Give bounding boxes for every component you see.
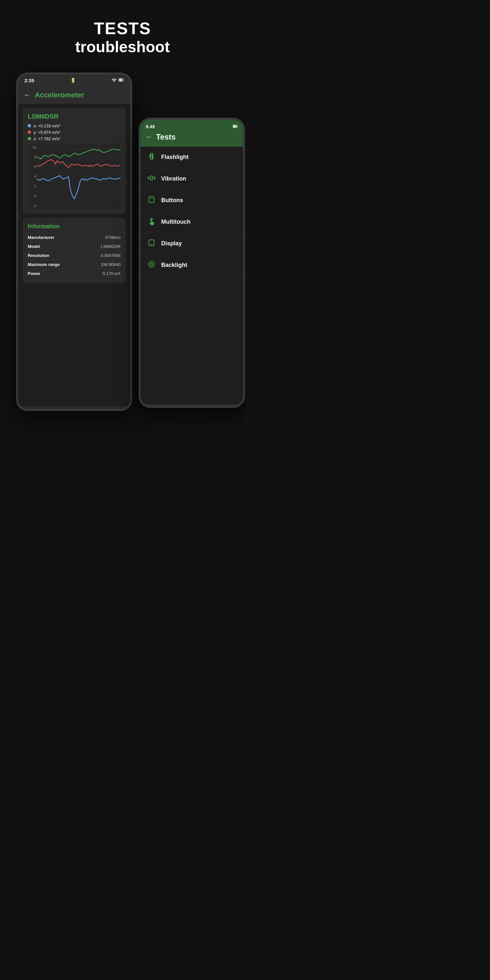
x-dot (28, 124, 31, 127)
info-label-power: Power (28, 271, 40, 276)
z-dot (28, 137, 31, 140)
info-row-model: Model LSM6DSR (28, 242, 121, 251)
test-item-display[interactable]: Display (140, 233, 243, 255)
sensor-card-title: LSM6DSR (28, 113, 121, 120)
battery-icon-right-status (119, 78, 124, 83)
info-value-model: LSM6DSR (101, 244, 121, 249)
info-label-resolution: Resolution (28, 253, 49, 258)
phone-right: 9:49 ← Tests (138, 118, 245, 408)
y-label-4: 4 (29, 175, 36, 178)
header-title: TESTS (6, 19, 239, 38)
info-value-resolution: 0.0047856 (101, 253, 121, 258)
x-value: x: +0.133 m/s² (33, 124, 60, 128)
multitouch-label: Multitouch (161, 219, 191, 225)
chart-area: 10 8 6 4 2 0 -2 (28, 145, 121, 209)
y-dot (28, 130, 31, 134)
status-icons-left (111, 78, 124, 83)
test-item-multitouch[interactable]: Multitouch (140, 212, 243, 233)
sensor-card: LSM6DSR x: +0.133 m/s² y: +5.974 m/s² z:… (22, 108, 126, 214)
info-value-manufacturer: STMicro (105, 235, 121, 240)
time-right: 9:49 (146, 124, 155, 129)
display-icon (147, 239, 156, 248)
back-button-left[interactable]: ← (24, 91, 30, 99)
test-item-vibration[interactable]: Vibration (140, 168, 243, 190)
z-axis-row: z: +7.782 m/s² (28, 136, 121, 141)
chart-svg (37, 145, 121, 202)
y-label-10: 10 (29, 146, 36, 149)
header-section: TESTS troubleshoot (0, 0, 245, 69)
buttons-label: Buttons (161, 197, 183, 204)
battery-icon-left: 🔋 (70, 78, 76, 83)
svg-rect-11 (234, 126, 236, 127)
tests-title: Tests (156, 132, 176, 142)
info-value-power: 0.170 mA (102, 271, 121, 276)
flashlight-label: Flashlight (161, 154, 189, 161)
x-axis-row: x: +0.133 m/s² (28, 124, 121, 128)
app-bar-left: ← Accelerometer (18, 86, 130, 104)
app-bar-green: 9:49 ← Tests (140, 119, 243, 147)
y-label-6: 6 (29, 165, 36, 169)
flashlight-icon (147, 153, 156, 162)
info-row-maxrange: Maximum range 156.90640 (28, 260, 121, 269)
accelerometer-title: Accelerometer (35, 91, 84, 99)
y-label-0: 0 (29, 194, 36, 198)
buttons-icon (147, 196, 156, 205)
svg-rect-1 (119, 79, 122, 81)
multitouch-icon (147, 217, 156, 227)
info-row-resolution: Resolution 0.0047856 (28, 251, 121, 260)
info-row-manufacturer: Manufacturer STMicro (28, 233, 121, 242)
status-bar-left: 2:35 🔋 (18, 75, 130, 86)
backlight-icon (147, 261, 156, 270)
phone-left: 2:35 🔋 ← Accelerome (16, 73, 132, 411)
header-subtitle: troubleshoot (6, 38, 239, 56)
status-bar-right: 9:49 (146, 124, 238, 129)
display-label: Display (161, 240, 182, 247)
battery-right (233, 124, 238, 129)
back-button-right[interactable]: ← (146, 133, 152, 140)
vibration-icon (147, 174, 156, 184)
z-value: z: +7.782 m/s² (33, 136, 60, 141)
nav-row-right: ← Tests (146, 132, 238, 142)
vibration-label: Vibration (161, 175, 186, 182)
info-label-model: Model (28, 244, 40, 249)
test-item-flashlight[interactable]: Flashlight (140, 147, 243, 168)
y-label-8: 8 (29, 155, 36, 159)
time-left: 2:35 (24, 78, 34, 83)
info-label-manufacturer: Manufacturer (28, 235, 54, 240)
info-row-power: Power 0.170 mA (28, 269, 121, 278)
phone-content-left: LSM6DSR x: +0.133 m/s² y: +5.974 m/s² z:… (18, 104, 130, 406)
info-value-maxrange: 156.90640 (101, 262, 121, 267)
phones-area: 2:35 🔋 ← Accelerome (0, 73, 245, 460)
svg-rect-12 (237, 126, 238, 127)
backlight-label: Backlight (161, 262, 187, 269)
info-label-maxrange: Maximum range (28, 262, 60, 267)
svg-rect-2 (123, 79, 124, 81)
y-label-neg2: -2 (29, 204, 36, 208)
info-card: Information Manufacturer STMicro Model L… (22, 218, 126, 283)
info-card-title: Information (28, 223, 121, 230)
wifi-icon (111, 78, 117, 83)
test-item-backlight[interactable]: Backlight (140, 255, 243, 276)
tests-list: Flashlight Vibration Buttons (140, 147, 243, 404)
test-item-buttons[interactable]: Buttons (140, 190, 243, 212)
chart-y-labels: 10 8 6 4 2 0 -2 (28, 145, 37, 209)
y-axis-row: y: +5.974 m/s² (28, 130, 121, 135)
y-value: y: +5.974 m/s² (33, 130, 60, 135)
y-label-2: 2 (29, 185, 36, 188)
